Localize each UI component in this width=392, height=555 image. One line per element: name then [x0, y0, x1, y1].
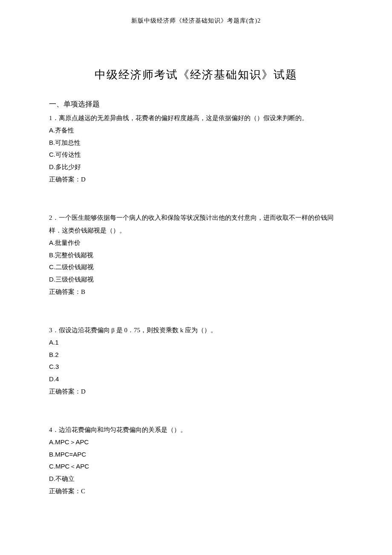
document-title: 中级经济师考试《经济基础知识》试题: [49, 67, 343, 82]
section-heading: 一、单项选择题: [49, 99, 343, 109]
question-answer: 正确答案：D: [49, 173, 343, 186]
question-option: C.二级价钱鄙视: [49, 261, 343, 273]
question-option: B.可加总性: [49, 137, 343, 149]
question-text: 2．一个医生能够依据每一个病人的收入和保险等状况预计出他的支付意向，进而收取不一…: [49, 211, 343, 237]
question-option: D.不确立: [49, 473, 343, 485]
question-block: 4．边沿花费偏向和均匀花费偏向的关系是（）。 A.MPC＞APC B.MPC=A…: [49, 423, 343, 497]
question-text: 4．边沿花费偏向和均匀花费偏向的关系是（）。: [49, 423, 343, 436]
question-text: 1．离原点越远的无差异曲线，花费者的偏好程度越高，这是依据偏好的（）假设来判断的…: [49, 112, 343, 124]
question-option: D.多比少好: [49, 161, 343, 173]
question-option: A.1: [49, 336, 343, 349]
page-header: 新版中级经济师《经济基础知识》考题库(含)2: [49, 17, 343, 25]
question-answer: 正确答案：B: [49, 285, 343, 298]
question-answer: 正确答案：D: [49, 385, 343, 398]
question-option: B.完整价钱鄙视: [49, 249, 343, 262]
question-block: 2．一个医生能够依据每一个病人的收入和保险等状况预计出他的支付意向，进而收取不一…: [49, 211, 343, 298]
question-option: B.2: [49, 349, 343, 361]
question-option: A.齐备性: [49, 124, 343, 137]
question-block: 1．离原点越远的无差异曲线，花费者的偏好程度越高，这是依据偏好的（）假设来判断的…: [49, 112, 343, 186]
question-option: A.MPC＞APC: [49, 436, 343, 449]
question-option: D.三级价钱鄙视: [49, 273, 343, 286]
question-option: C.3: [49, 361, 343, 373]
question-block: 3．假设边沿花费偏向 β 是 0．75，则投资乘数 k 应为（）。 A.1 B.…: [49, 324, 343, 398]
document-page: 新版中级经济师《经济基础知识》考题库(含)2 中级经济师考试《经济基础知识》试题…: [0, 0, 392, 532]
question-option: B.MPC=APC: [49, 449, 343, 461]
question-answer: 正确答案：C: [49, 485, 343, 497]
question-option: A.批量作价: [49, 237, 343, 249]
question-text: 3．假设边沿花费偏向 β 是 0．75，则投资乘数 k 应为（）。: [49, 324, 343, 336]
question-option: D.4: [49, 373, 343, 385]
question-option: C.MPC＜APC: [49, 460, 343, 473]
question-option: C.可传达性: [49, 149, 343, 161]
